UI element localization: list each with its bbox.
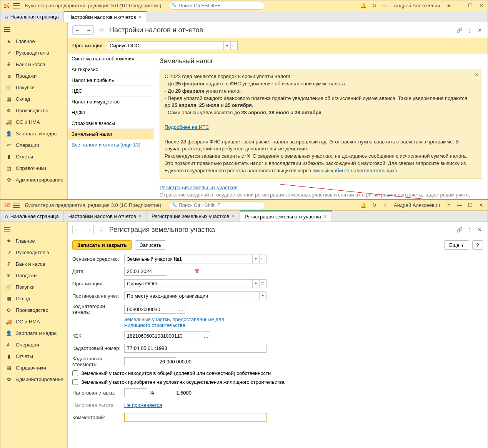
- tab-close-icon[interactable]: ✕: [138, 15, 142, 20]
- tab-home[interactable]: ⌂Начальная страница: [0, 11, 64, 22]
- exempt-link[interactable]: Не применяется: [124, 402, 162, 408]
- link-icon[interactable]: 🔗: [456, 27, 463, 33]
- close-page-icon[interactable]: ✕: [476, 27, 483, 33]
- maximize-icon[interactable]: ☐: [467, 2, 474, 9]
- sidebar-item-purchases[interactable]: 🛒Покупки: [0, 281, 67, 293]
- nav-forward-button[interactable]: →: [83, 25, 94, 35]
- tax-item-insurance[interactable]: Страховые взносы: [68, 118, 154, 129]
- dropdown-icon[interactable]: ▼: [252, 255, 259, 263]
- save-button[interactable]: Записать: [135, 240, 167, 250]
- sidebar-item-sales[interactable]: 🛍Продажи: [0, 70, 67, 82]
- dropdown-icon[interactable]: ▼: [252, 280, 259, 288]
- cadnum-input[interactable]: [125, 344, 266, 352]
- sidebar-item-hr[interactable]: 👤Зарплата и кадры: [0, 128, 67, 139]
- nav-back-button[interactable]: ←: [72, 25, 83, 35]
- cat-field[interactable]: [124, 305, 176, 314]
- taxpayer-cabinet-link[interactable]: личный кабинет налогоплательщика: [312, 168, 397, 173]
- kbk-field[interactable]: [124, 331, 201, 340]
- help-button[interactable]: ?: [472, 240, 483, 250]
- sidebar-item-production[interactable]: ⚙Производство: [0, 105, 67, 116]
- close-page-icon[interactable]: ✕: [476, 226, 483, 233]
- favorite-icon[interactable]: ☆: [98, 26, 105, 34]
- cadnum-field[interactable]: [124, 344, 266, 353]
- user-name[interactable]: Андрей Алексеевич: [394, 202, 440, 208]
- settings-icon[interactable]: ≡: [445, 202, 452, 209]
- sidebar-toggle[interactable]: [0, 24, 67, 35]
- org-input[interactable]: [125, 280, 252, 288]
- sidebar-item-purchases[interactable]: 🛒Покупки: [0, 82, 67, 93]
- more-icon[interactable]: ⋮: [466, 27, 473, 33]
- settings-icon[interactable]: ≡: [445, 2, 452, 9]
- search-input[interactable]: [178, 2, 261, 9]
- tab-settings[interactable]: Настройки налогов и отчетов✕: [64, 11, 147, 22]
- bell-icon[interactable]: 🔔: [360, 202, 367, 209]
- sidebar-item-production[interactable]: ⚙Производство: [0, 304, 67, 316]
- sidebar-item-operations[interactable]: ДтОперации: [0, 339, 67, 350]
- rate-field[interactable]: [124, 388, 147, 397]
- sidebar-item-admin[interactable]: ✿Администрирование: [0, 373, 67, 385]
- tab-home[interactable]: ⌂Начальная страница: [0, 211, 64, 222]
- star-icon[interactable]: ☆: [381, 202, 388, 209]
- favorite-icon[interactable]: ☆: [98, 225, 105, 234]
- tax-item-vat[interactable]: НДС: [68, 86, 154, 97]
- minimize-icon[interactable]: —: [456, 2, 463, 9]
- asset-input[interactable]: [125, 255, 252, 263]
- comment-field[interactable]: [124, 413, 266, 422]
- search-box[interactable]: [169, 202, 265, 209]
- sidebar-item-reports[interactable]: ▮Отчеты: [0, 151, 67, 162]
- tax-item-crisis[interactable]: Антикризис: [68, 64, 154, 75]
- org-input[interactable]: [107, 43, 223, 48]
- tax-item-system[interactable]: Система налогообложения: [68, 53, 154, 64]
- history-icon[interactable]: ↻: [371, 2, 378, 9]
- open-icon[interactable]: ▢: [230, 42, 237, 50]
- bell-icon[interactable]: 🔔: [360, 2, 367, 9]
- sidebar-item-manager[interactable]: ↗Руководителю: [0, 47, 67, 58]
- kbk-input[interactable]: [125, 332, 201, 340]
- search-box[interactable]: [169, 2, 265, 10]
- dropdown-icon[interactable]: ▼: [223, 42, 230, 50]
- tab-land-form[interactable]: Регистрация земельного участка✕: [240, 210, 332, 222]
- register-land-link[interactable]: Регистрация земельных участков: [160, 185, 237, 190]
- link-icon[interactable]: 🔗: [456, 226, 463, 233]
- housing-construction-checkbox[interactable]: [72, 379, 78, 385]
- org-select[interactable]: ▼ ▢: [107, 41, 238, 50]
- org-field[interactable]: ▼▢: [124, 279, 266, 288]
- sidebar-item-assets[interactable]: 🚚ОС и НМА: [0, 116, 67, 128]
- dropdown-icon[interactable]: ▼: [259, 292, 266, 300]
- maximize-icon[interactable]: ☐: [467, 202, 474, 209]
- date-input[interactable]: [125, 267, 194, 275]
- asset-field[interactable]: ▼▢: [124, 255, 266, 263]
- tax-item-profit[interactable]: Налог на прибыль: [68, 75, 154, 86]
- nav-forward-button[interactable]: →: [83, 225, 94, 234]
- sidebar-item-admin[interactable]: ✿Администрирование: [0, 174, 67, 185]
- comment-input[interactable]: [125, 413, 266, 421]
- more-icon[interactable]: ⋮: [466, 226, 473, 233]
- tab-close-icon[interactable]: ✕: [323, 214, 327, 219]
- minimize-icon[interactable]: —: [456, 202, 463, 209]
- sidebar-toggle[interactable]: [0, 223, 67, 235]
- user-name[interactable]: Андрей Алексеевич: [394, 3, 440, 8]
- more-button[interactable]: Еще ▼: [444, 240, 469, 250]
- sidebar-item-bank[interactable]: ₽Банк и касса: [0, 58, 67, 70]
- sidebar-item-manager[interactable]: ↗Руководителю: [0, 246, 67, 258]
- tax-item-land[interactable]: Земельный налог: [68, 129, 154, 140]
- sidebar-item-reports[interactable]: ▮Отчеты: [0, 350, 67, 362]
- sidebar-item-bank[interactable]: ₽Банк и касса: [0, 258, 67, 270]
- sidebar-item-main[interactable]: ★Главное: [0, 235, 67, 246]
- nav-back-button[interactable]: ←: [72, 225, 83, 234]
- search-input[interactable]: [178, 202, 261, 209]
- sidebar-item-warehouse[interactable]: ▦Склад: [0, 293, 67, 304]
- tab-close-icon[interactable]: ✕: [138, 214, 142, 219]
- sidebar-item-catalogs[interactable]: ▤Справочники: [0, 162, 67, 174]
- sidebar-item-warehouse[interactable]: ▦Склад: [0, 93, 67, 105]
- info-close-icon[interactable]: ✕: [475, 72, 479, 79]
- info-its-link[interactable]: Подробнее на ИТС: [165, 124, 209, 130]
- open-icon[interactable]: ▢: [259, 255, 266, 263]
- main-menu-icon[interactable]: [13, 203, 20, 208]
- tax-item-ndfl[interactable]: НДФЛ: [68, 107, 154, 118]
- sidebar-item-catalogs[interactable]: ▤Справочники: [0, 362, 67, 373]
- cat-picker-button[interactable]: …: [177, 305, 185, 314]
- sidebar-item-assets[interactable]: 🚚ОС и НМА: [0, 316, 67, 327]
- rate-input[interactable]: [125, 389, 194, 397]
- kbk-picker-button[interactable]: …: [202, 331, 210, 340]
